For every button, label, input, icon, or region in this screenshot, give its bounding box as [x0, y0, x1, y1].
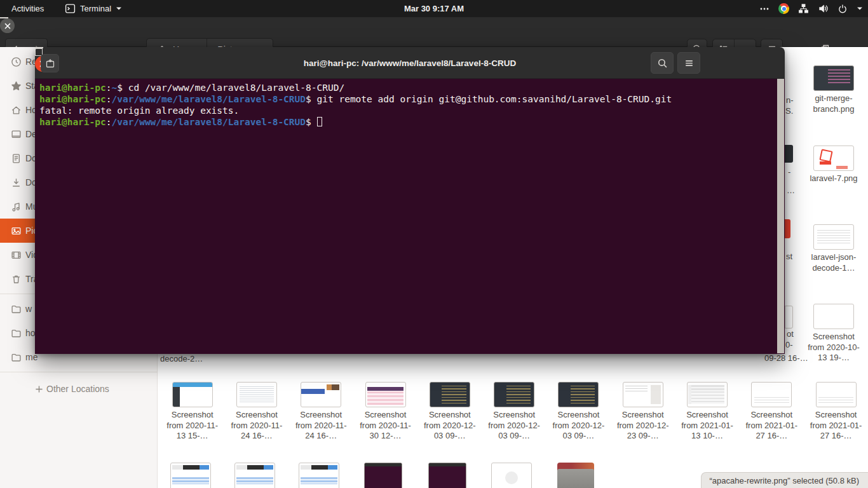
file-name: git-merge-branch.png — [804, 93, 863, 114]
file-item[interactable]: Screenshot from 2020-12-03 09-… — [485, 382, 543, 442]
documents-icon — [11, 153, 22, 164]
file-thumbnail-blank — [813, 304, 854, 329]
system-tray[interactable] — [759, 0, 863, 17]
files-close-button[interactable] — [0, 18, 15, 33]
file-thumbnail-pink-table — [365, 382, 406, 407]
sidebar-item-label: Other Locations — [46, 384, 109, 394]
file-item[interactable]: Screenshot from 2021-01-13 10-… — [678, 382, 736, 442]
sidebar-separator — [0, 372, 158, 372]
close-icon — [4, 22, 11, 30]
gnome-top-bar: Activities Terminal Mar 30 9:17 AM — [0, 0, 868, 17]
file-name: Screenshot from 2021-01-27 16-… — [742, 410, 801, 442]
terminal-line: hari@hari-pc:/var/www/me/laravel8/Larave… — [39, 116, 773, 128]
chevron-down-icon — [857, 6, 863, 11]
videos-icon — [11, 250, 22, 261]
file-item[interactable]: Screenshot from 2020-11-13 15-… — [163, 382, 222, 442]
new-tab-icon — [45, 58, 55, 69]
terminal-menu-button[interactable] — [677, 52, 700, 74]
volume-icon — [818, 3, 829, 14]
file-name: Screenshot from 2021-01-13 10-… — [678, 410, 736, 442]
file-item[interactable]: Screenshot from 2020-11-24 16-… — [292, 382, 350, 442]
file-thumbnail-admin-blue — [172, 382, 213, 407]
file-name: Screenshot from 2020-10-13 19-… — [804, 332, 863, 363]
terminal-search-button[interactable] — [651, 52, 674, 74]
file-thumbnail-term-dark — [813, 65, 854, 91]
file-thumbnail-web-media — [301, 382, 341, 407]
occluded-file-name-fragment: 09-28 16-… — [764, 353, 808, 363]
terminal-window: hari@hari-pc: /var/www/me/laravel8/Larav… — [35, 47, 785, 354]
file-thumbnail-folder[interactable] — [557, 463, 594, 488]
starred-icon — [11, 81, 22, 92]
occluded-thumbnail-edge — [785, 145, 793, 163]
file-thumbnail-page-light — [816, 382, 857, 407]
occluded-file-name-fragment: S. — [785, 106, 793, 116]
search-icon — [657, 58, 668, 69]
occluded-thumbnail-edge — [785, 306, 793, 329]
folder-icon — [11, 328, 22, 339]
terminal-cursor — [317, 117, 322, 126]
file-thumbnail-code-dark — [558, 382, 599, 407]
selection-status-text: “apacahe-rewrite.png” selected (50.8 kB) — [709, 476, 859, 485]
file-name: Screenshot from 2020-12-03 09-… — [549, 410, 607, 442]
file-thumbnail-laravel — [813, 146, 854, 171]
file-thumbnail-term-purple[interactable] — [364, 463, 402, 488]
terminal-line: fatal: remote origin already exists. — [39, 105, 773, 116]
selection-status-bar: “apacahe-rewrite.png” selected (50.8 kB) — [701, 472, 868, 488]
file-thumbnail-watermark[interactable] — [491, 463, 532, 488]
file-item[interactable]: Screenshot from 2020-12-23 09-… — [614, 382, 672, 442]
file-name: Screenshot from 2020-11-30 12-… — [356, 410, 415, 442]
file-thumbnail-term-purple[interactable] — [428, 463, 466, 488]
terminal-line: hari@hari-pc:/var/www/me/laravel8/Larave… — [39, 93, 773, 105]
sidebar-item-label: w — [25, 304, 32, 314]
music-icon — [11, 201, 22, 212]
clock[interactable]: Mar 30 9:17 AM — [0, 0, 868, 17]
file-thumbnail-page-text — [236, 382, 277, 407]
folder-icon — [11, 352, 22, 363]
file-grid-row: Screenshot from 2020-11-13 15-…Screensho… — [160, 382, 868, 442]
file-name: Screenshot from 2020-11-13 15-… — [163, 410, 222, 442]
file-item[interactable]: Screenshot from 2020-11-24 16-… — [227, 382, 286, 442]
file-item[interactable]: Screenshot from 2020-10-13 19-… — [799, 304, 868, 363]
files-headerbar: Home Pictures — [0, 17, 868, 47]
power-icon — [837, 4, 848, 14]
file-item[interactable]: git-merge-branch.png — [799, 65, 868, 114]
file-thumbnail-code-dark — [494, 382, 534, 407]
home-icon — [11, 105, 22, 116]
occluded-file-name-fragment: - — [788, 167, 790, 177]
file-thumbnail-files-sel[interactable] — [234, 463, 275, 488]
file-item[interactable]: Screenshot from 2020-12-03 09-… — [549, 382, 607, 442]
file-item[interactable]: Screenshot from 2020-12-03 09-… — [421, 382, 479, 442]
file-name: Screenshot from 2020-11-24 16-… — [227, 410, 286, 442]
hamburger-menu-icon — [684, 58, 695, 69]
trash-icon — [11, 274, 22, 285]
chrome-icon — [778, 3, 789, 14]
file-name: Screenshot from 2020-11-24 16-… — [292, 410, 350, 442]
file-item[interactable]: Screenshot from 2021-01-27 16-… — [742, 382, 801, 442]
desktop: Home Pictures — [0, 0, 868, 488]
file-item[interactable]: laravel-7.png — [799, 146, 868, 184]
file-thumbnail-code-dark — [430, 382, 470, 407]
terminal-scrollbar[interactable] — [777, 79, 784, 353]
file-item[interactable]: laravel-json-decode-1… — [799, 224, 868, 273]
sidebar-item-label: ho — [25, 328, 36, 338]
desktop-icon — [11, 129, 22, 140]
file-item[interactable]: Screenshot from 2020-11-30 12-… — [356, 382, 415, 442]
terminal-headerbar[interactable]: hari@hari-pc: /var/www/me/laravel8/Larav… — [35, 47, 785, 79]
occluded-file-name-fragment: … — [787, 186, 795, 195]
terminal-output[interactable]: hari@hari-pc:~$ cd /var/www/me/laravel8/… — [35, 79, 785, 354]
file-thumbnail-page-light — [751, 382, 792, 407]
sidebar-item-other-locations[interactable]: Other Locations — [0, 377, 158, 401]
terminal-line: hari@hari-pc:~$ cd /var/www/me/laravel8/… — [39, 82, 773, 93]
plus-icon — [34, 384, 44, 395]
file-thumbnail-files-sel[interactable] — [170, 463, 211, 488]
file-name: laravel-7.png — [810, 173, 857, 184]
file-thumbnail-files-sel[interactable] — [299, 463, 339, 488]
file-item[interactable]: Screenshot from 2021-01-27 16-… — [807, 382, 865, 442]
downloads-icon — [11, 177, 22, 188]
occluded-file-name-fragment: st — [786, 252, 792, 261]
occluded-file-name-fragment: ot — [787, 329, 794, 339]
terminal-new-tab-button[interactable] — [41, 54, 59, 72]
occluded-file-name-fragment: decode-2… — [160, 354, 203, 363]
pictures-icon — [11, 226, 22, 236]
file-thumbnail-mail-list — [687, 382, 728, 407]
